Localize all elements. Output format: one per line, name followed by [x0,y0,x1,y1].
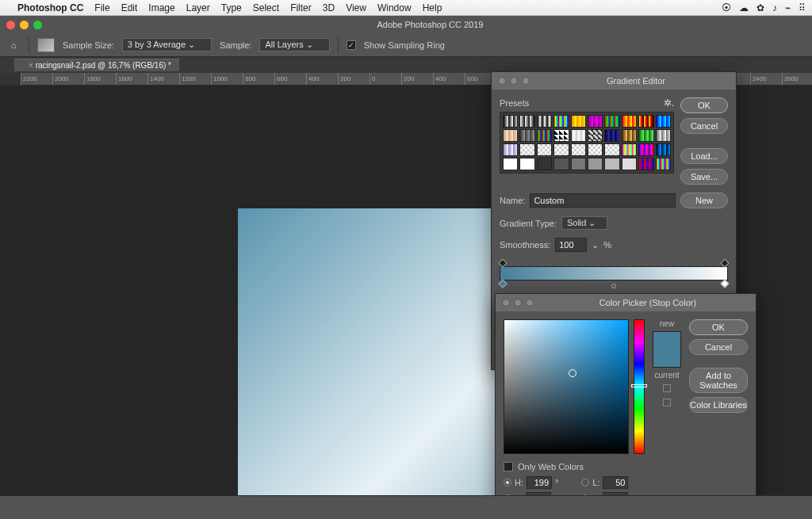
web-only-label: Only Web Colors [518,462,584,471]
gradient-preset[interactable] [656,115,671,128]
ruler-tick: 600 [274,73,306,85]
home-icon[interactable]: ⌂ [6,38,21,52]
gradient-preset[interactable] [553,129,569,142]
warning-icon[interactable] [663,384,671,392]
new-button[interactable]: New [680,193,728,208]
smoothness-unit: ⌄ % [592,240,611,250]
gradient-preset[interactable] [553,143,569,156]
dialog-titlebar[interactable]: Gradient Editor [492,72,736,90]
gradient-preset[interactable] [622,143,637,156]
menu-3d[interactable]: 3D [323,2,335,13]
tray-icon[interactable]: ⌁ [785,2,791,13]
cancel-button[interactable]: Cancel [689,339,748,355]
gradient-preset[interactable] [604,158,619,170]
gradient-preset[interactable] [588,115,603,128]
gradient-preset[interactable] [638,143,653,156]
gradient-preset[interactable] [604,129,619,142]
menu-filter[interactable]: Filter [290,2,312,13]
gradient-preset[interactable] [503,143,518,156]
tray-icon[interactable]: ✿ [756,2,764,13]
gradient-preset[interactable] [519,158,534,170]
menu-view[interactable]: View [346,2,366,13]
tray-icon[interactable]: ♪ [772,2,777,13]
smoothness-input[interactable] [555,238,587,252]
gradient-preset[interactable] [571,129,586,142]
h-radio[interactable] [504,479,511,487]
gradient-preset[interactable] [519,129,534,142]
gradient-preset[interactable] [622,115,637,128]
l-radio[interactable] [581,479,589,487]
gradient-type-label: Gradient Type: [500,219,557,228]
gradient-preset[interactable] [622,129,637,142]
tool-preset-icon[interactable] [37,38,55,52]
gradient-preset[interactable] [638,158,653,170]
gradient-preset[interactable] [588,129,603,142]
save-button[interactable]: Save... [680,169,728,185]
close-tab-icon[interactable]: × [29,61,33,70]
add-swatches-button[interactable]: Add to Swatches [689,368,748,393]
menu-file[interactable]: File [94,2,109,13]
h-input[interactable] [527,476,552,489]
menu-edit[interactable]: Edit [121,2,138,13]
web-only-checkbox[interactable] [504,462,513,471]
gradient-preset[interactable] [537,158,552,170]
tray-icon[interactable]: ⦿ [722,2,731,13]
gradient-preset[interactable] [656,158,671,170]
ok-button[interactable]: OK [689,319,748,335]
gradient-preset[interactable] [638,129,653,142]
color-libraries-button[interactable]: Color Libraries [689,397,748,413]
gradient-type-select[interactable]: Solid ⌄ [561,216,608,230]
websafe-icon[interactable] [663,399,671,406]
dialog-titlebar[interactable]: Color Picker (Stop Color) [496,294,756,311]
gradient-preset[interactable] [553,158,569,170]
tray-icon[interactable]: ☁ [739,2,749,13]
menu-window[interactable]: Window [377,2,412,13]
gradient-preset[interactable] [656,143,671,156]
gradient-preset[interactable] [622,158,637,170]
gradient-preset[interactable] [638,115,653,128]
l-input[interactable] [603,476,628,489]
gradient-preset[interactable] [537,143,552,156]
gradient-preset[interactable] [571,115,586,128]
menu-help[interactable]: Help [423,2,442,13]
options-bar: ⌂ Sample Size: 3 by 3 Average ⌄ Sample: … [0,33,812,57]
gradient-preset[interactable] [503,129,518,142]
ruler-tick: 2200 [21,73,52,85]
gradient-preset[interactable] [588,158,603,170]
gradient-preset[interactable] [519,115,534,128]
gradient-preset[interactable] [571,143,586,156]
window-controls[interactable] [0,21,48,29]
gradient-preset[interactable] [503,115,518,128]
tray-icon[interactable]: ⠿ [799,2,806,13]
gradient-preset[interactable] [656,129,671,142]
gradient-preset[interactable] [537,115,552,128]
cancel-button[interactable]: Cancel [680,118,728,134]
new-label: new [660,319,674,328]
gradient-preset[interactable] [604,115,619,128]
color-field[interactable] [504,319,629,454]
hue-slider[interactable] [634,319,645,454]
gradient-preset[interactable] [553,115,569,128]
ok-button[interactable]: OK [680,97,728,113]
document-tab[interactable]: × racingsnail-2.psd @ 16,7% (RGB/16) * [14,59,179,71]
gradient-bar[interactable] [500,260,728,287]
load-button[interactable]: Load... [680,148,728,164]
gradient-preset[interactable] [537,129,552,142]
gradient-preset[interactable] [571,158,586,170]
gradient-preset[interactable] [588,143,603,156]
gradient-preset[interactable] [503,158,518,170]
sample-select[interactable]: All Layers ⌄ [259,38,329,52]
color-picker-dialog: Color Picker (Stop Color) new current OK… [495,293,756,519]
menu-type[interactable]: Type [221,2,242,13]
menu-layer[interactable]: Layer [186,2,210,13]
show-ring-checkbox[interactable]: ✓ [347,40,356,50]
menu-image[interactable]: Image [148,2,174,13]
menu-select[interactable]: Select [253,2,279,13]
gradient-preset[interactable] [604,143,619,156]
gradient-preset[interactable] [519,143,534,156]
app-menu[interactable]: Photoshop CC [17,2,83,13]
gradient-name-input[interactable] [530,193,676,208]
sample-size-select[interactable]: 3 by 3 Average ⌄ [122,38,212,52]
gear-icon[interactable]: ✲. [664,97,674,109]
mac-menubar: Photoshop CC File Edit Image Layer Type … [0,0,812,16]
